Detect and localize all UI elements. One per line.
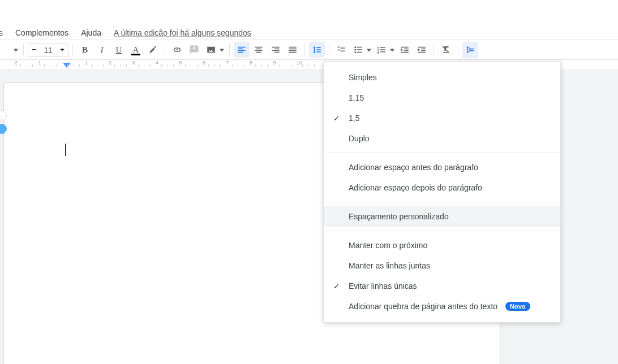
add-comment-button[interactable] [186, 42, 202, 58]
menu-separator [324, 202, 560, 202]
bulleted-list-button[interactable] [350, 42, 372, 58]
increase-indent-button[interactable] [414, 42, 430, 58]
svg-rect-8 [357, 47, 362, 48]
menu-item-ajuda[interactable]: Ajuda [81, 28, 101, 37]
menu-bar: s Complementos Ajuda A última edição foi… [0, 17, 618, 40]
zoom-dropdown[interactable] [2, 42, 19, 57]
font-size-input[interactable] [40, 44, 57, 56]
font-size-stepper[interactable] [28, 43, 68, 57]
menu-item-keep-lines[interactable]: Manter as linhas juntas [324, 255, 560, 276]
caret-down-icon [390, 45, 394, 55]
highlight-button[interactable] [145, 42, 161, 58]
separator [165, 44, 165, 55]
checklist-button[interactable] [333, 42, 349, 58]
side-button-1[interactable] [0, 110, 7, 120]
svg-marker-0 [14, 49, 18, 51]
separator [434, 44, 434, 55]
svg-point-5 [354, 46, 356, 48]
svg-point-6 [354, 49, 356, 51]
caret-down-icon [14, 46, 18, 54]
font-size-increment[interactable] [57, 44, 68, 56]
menu-separator [324, 153, 560, 153]
ruler-tick: 7 [226, 60, 229, 66]
ruler-tick: 2 [109, 60, 111, 66]
svg-rect-9 [357, 49, 362, 50]
svg-rect-3 [61, 49, 65, 50]
svg-marker-4 [220, 49, 224, 52]
ruler-tick: 8 [250, 60, 252, 66]
caret-down-icon [367, 45, 371, 55]
separator [229, 44, 230, 55]
ruler-tick: 3 [132, 60, 135, 66]
check-icon: ✓ [331, 114, 342, 123]
side-button-2[interactable] [0, 124, 7, 134]
svg-point-7 [354, 51, 356, 53]
italic-button[interactable]: I [94, 42, 110, 58]
svg-marker-14 [63, 63, 71, 68]
ruler-tick: 6 [203, 60, 205, 66]
menu-item-truncated[interactable]: s [0, 28, 3, 37]
ruler-tick: 9 [273, 60, 276, 66]
insert-image-button[interactable] [203, 42, 225, 58]
align-right-button[interactable] [268, 42, 284, 58]
svg-marker-11 [367, 49, 371, 52]
ruler-tick: 1 [38, 60, 41, 66]
menu-item-avoid-single[interactable]: ✓ Evitar linhas únicas [324, 276, 560, 296]
numbered-list-button[interactable] [374, 42, 396, 58]
menu-item-115[interactable]: 1,15 [324, 88, 560, 108]
insert-link-button[interactable] [169, 42, 185, 58]
menu-item-complementos[interactable]: Complementos [15, 28, 68, 37]
separator [304, 44, 305, 55]
editing-mode-button[interactable] [462, 42, 478, 58]
decrease-indent-button[interactable] [397, 42, 413, 58]
last-edit-status[interactable]: A última edição foi há alguns segundos [114, 28, 251, 37]
font-size-decrement[interactable] [28, 44, 40, 56]
text-color-button[interactable]: A [128, 42, 144, 58]
line-spacing-button[interactable] [309, 42, 325, 58]
clear-formatting-button[interactable] [438, 42, 454, 58]
menu-item-simples[interactable]: Simples [324, 67, 560, 88]
menu-item-space-after[interactable]: Adicionar espaço depois do parágrafo [324, 177, 560, 198]
separator [458, 44, 458, 55]
new-badge: Novo [505, 302, 530, 311]
text-cursor [65, 144, 66, 156]
left-side-widgets [0, 110, 8, 137]
caret-down-icon [220, 45, 224, 55]
svg-rect-1 [32, 49, 36, 50]
toolbar: B I U A [0, 40, 618, 60]
svg-marker-12 [390, 49, 394, 52]
menu-item-keep-next[interactable]: Manter com o próximo [324, 235, 560, 255]
ruler-tick: 4 [156, 60, 158, 66]
separator [23, 44, 24, 55]
underline-button[interactable]: U [111, 42, 127, 58]
check-icon: ✓ [331, 281, 342, 291]
align-justify-button[interactable] [285, 42, 301, 58]
align-left-button[interactable] [234, 42, 250, 58]
menu-item-duplo[interactable]: Duplo [324, 128, 560, 149]
ruler-tick: 1 [85, 60, 88, 66]
line-spacing-menu: Simples 1,15 ✓ 1,5 Duplo Adicionar espaç… [323, 61, 561, 323]
bold-button[interactable]: B [77, 42, 93, 58]
menu-item-page-break-before[interactable]: Adicionar quebra de página antes do text… [324, 296, 560, 317]
ruler-tick: 5 [179, 60, 182, 66]
separator [329, 44, 329, 55]
ruler-tick: 2 [15, 60, 18, 66]
svg-rect-10 [357, 52, 362, 53]
menu-separator [324, 231, 560, 231]
menu-item-space-before[interactable]: Adicionar espaço antes do parágrafo [324, 157, 560, 177]
menu-item-15[interactable]: ✓ 1,5 [324, 108, 560, 128]
ruler-tick: 10 [297, 60, 302, 66]
menu-item-custom-spacing[interactable]: Espaçamento personalizado [324, 206, 560, 227]
align-center-button[interactable] [251, 42, 267, 58]
separator [72, 44, 73, 55]
indent-marker[interactable] [63, 63, 71, 68]
